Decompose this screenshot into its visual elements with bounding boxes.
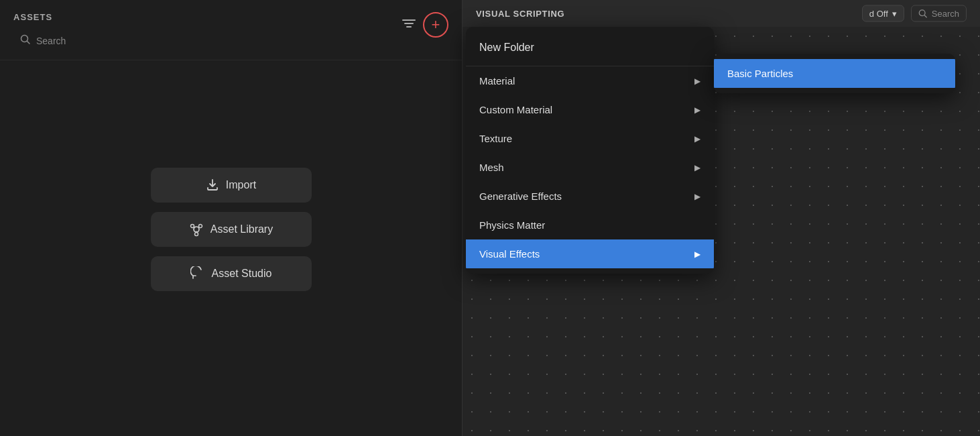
visual-effects-submenu: Basic Particles: [714, 54, 955, 93]
chevron-right-icon-generative-effects: ▶: [694, 192, 700, 201]
assets-buttons: Import Asset Library Asset Studio: [151, 168, 312, 291]
menu-item-custom-material[interactable]: Custom Material ▶: [466, 95, 714, 124]
material-label: Material: [479, 75, 515, 87]
custom-material-label: Custom Material: [479, 104, 552, 115]
menu-item-material[interactable]: Material ▶: [466, 66, 714, 95]
svg-point-7: [198, 225, 202, 228]
assets-header: ASSETS Search: [0, 0, 462, 60]
chevron-right-icon-visual-effects: ▶: [694, 250, 700, 259]
menu-item-mesh[interactable]: Mesh ▶: [466, 153, 714, 182]
svg-point-6: [190, 225, 194, 228]
menu-item-new-folder[interactable]: New Folder: [466, 32, 714, 66]
asset-library-label: Asset Library: [210, 223, 273, 235]
right-search[interactable]: Search: [911, 5, 967, 22]
assets-toolbar: +: [402, 12, 448, 38]
submenu-item-basic-particles[interactable]: Basic Particles: [714, 59, 955, 88]
chevron-right-icon-mesh: ▶: [694, 163, 700, 172]
filter-icon[interactable]: [402, 17, 416, 32]
dropdown-label: d Off: [869, 9, 888, 19]
asset-library-button[interactable]: Asset Library: [151, 212, 312, 247]
assets-panel: ASSETS Search +: [0, 0, 463, 436]
import-label: Import: [226, 179, 256, 191]
right-topbar: VISUAL SCRIPTING d Off ▾ Search: [463, 0, 980, 27]
add-button[interactable]: +: [423, 12, 448, 38]
chevron-right-icon-material: ▶: [694, 76, 700, 86]
right-search-placeholder: Search: [932, 9, 959, 19]
physics-matter-label: Physics Matter: [479, 219, 545, 231]
dropdown-menu: New Folder Material ▶ Custom Material ▶ …: [466, 27, 714, 274]
generative-effects-label: Generative Effects: [479, 190, 562, 202]
asset-studio-button[interactable]: Asset Studio: [151, 256, 312, 291]
menu-item-generative-effects[interactable]: Generative Effects ▶: [466, 182, 714, 211]
menu-item-visual-effects[interactable]: Visual Effects ▶: [466, 239, 714, 268]
search-icon: [20, 34, 31, 48]
menu-item-texture[interactable]: Texture ▶: [466, 124, 714, 153]
search-bar: Search: [13, 30, 448, 52]
menu-item-physics-matter[interactable]: Physics Matter: [466, 211, 714, 239]
dropdown-overlay: New Folder Material ▶ Custom Material ▶ …: [466, 27, 714, 274]
chevron-down-icon: ▾: [892, 9, 897, 19]
chevron-right-icon-texture: ▶: [694, 134, 700, 144]
visual-effects-label: Visual Effects: [479, 248, 540, 260]
asset-studio-label: Asset Studio: [212, 268, 272, 280]
visual-scripting-label: VISUAL SCRIPTING: [476, 9, 564, 19]
right-controls: d Off ▾ Search: [862, 5, 967, 22]
svg-point-8: [194, 233, 198, 236]
basic-particles-label: Basic Particles: [727, 68, 793, 79]
texture-label: Texture: [479, 133, 512, 144]
new-folder-label: New Folder: [479, 42, 534, 54]
mesh-label: Mesh: [479, 162, 504, 173]
chevron-right-icon-custom-material: ▶: [694, 105, 700, 115]
assets-title: ASSETS: [13, 12, 448, 22]
svg-line-1: [27, 42, 30, 44]
svg-line-13: [924, 15, 926, 17]
right-dropdown[interactable]: d Off ▾: [862, 5, 904, 22]
search-placeholder: Search: [36, 36, 66, 46]
import-button[interactable]: Import: [151, 168, 312, 203]
